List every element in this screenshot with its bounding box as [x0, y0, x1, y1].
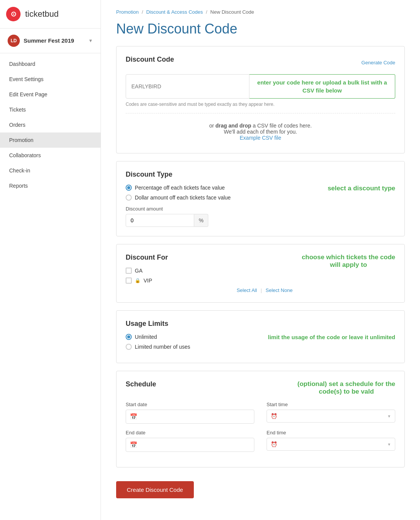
start-time-field: Start time ⏰ ▼: [267, 402, 395, 424]
discount-code-input[interactable]: [126, 74, 249, 99]
sidebar-item-promotion[interactable]: Promotion: [0, 132, 101, 148]
discount-amount-group: Discount amount %: [126, 206, 318, 227]
schedule-end-row: End date 📅 End time ⏰ ▼: [126, 430, 395, 452]
radio-dollar-empty[interactable]: [126, 195, 132, 201]
brand-name: ticketbud: [25, 9, 59, 19]
clock-end-icon: ⏰: [271, 441, 277, 447]
schedule-start-row: Start date 📅 Start time ⏰ ▼: [126, 402, 395, 424]
radio-limited-empty[interactable]: [126, 344, 132, 350]
create-discount-code-button[interactable]: Create Discount Code: [116, 481, 194, 498]
usage-limits-card: Usage Limits Unlimited Limited number of…: [116, 310, 405, 363]
ticket-ga-row[interactable]: GA: [126, 268, 292, 274]
sidebar-item-event-settings[interactable]: Event Settings: [0, 72, 101, 87]
start-date-input[interactable]: 📅: [126, 410, 254, 424]
discount-for-card: Discount For GA 🔒 VIP Select All | Selec…: [116, 244, 405, 303]
time-chevron-icon: ▼: [387, 414, 391, 418]
end-time-field: End time ⏰ ▼: [267, 430, 395, 452]
discount-for-hint-line1: choose which tickets the code: [302, 254, 395, 261]
discount-type-body: Percentage off each tickets face value D…: [126, 185, 395, 227]
generate-code-link[interactable]: Generate Code: [361, 60, 395, 65]
usage-hint: limit the usage of the code or leave it …: [268, 334, 395, 340]
sidebar-item-check-in[interactable]: Check-in: [0, 163, 101, 178]
lock-icon: 🔒: [135, 278, 141, 283]
end-time-label: End time: [267, 430, 395, 435]
sidebar-nav: DashboardEvent SettingsEdit Event PageTi…: [0, 53, 101, 196]
radio-unlimited-selected[interactable]: [126, 334, 132, 340]
event-selector[interactable]: LD Summer Fest 2019 ▼: [0, 29, 101, 53]
select-all-link[interactable]: Select All: [236, 287, 257, 293]
discount-amount-input[interactable]: [126, 214, 194, 227]
ticket-ga-label: GA: [135, 268, 142, 274]
event-info: Summer Fest 2019: [24, 37, 88, 45]
discount-code-card: Discount Code Generate Code enter your c…: [116, 46, 405, 153]
csv-drop-area[interactable]: or drag and drop a CSV file of codes her…: [126, 120, 395, 144]
discount-for-options: Discount For GA 🔒 VIP Select All | Selec…: [126, 254, 292, 293]
time-end-chevron-icon: ▼: [387, 442, 391, 447]
end-date-field: End date 📅: [126, 430, 254, 452]
sidebar: ⊙ ticketbud LD Summer Fest 2019 ▼ Dashbo…: [0, 0, 101, 520]
csv-example-link[interactable]: Example CSV file: [240, 135, 281, 141]
breadcrumb-sep-1: /: [142, 9, 143, 15]
calendar-icon: 📅: [130, 413, 137, 420]
start-time-input[interactable]: ⏰ ▼: [267, 410, 395, 423]
sidebar-item-reports[interactable]: Reports: [0, 178, 101, 193]
checkbox-vip[interactable]: [126, 278, 132, 284]
start-date-label: Start date: [126, 402, 254, 407]
usage-limits-title: Usage Limits: [126, 320, 395, 328]
usage-limited-label: Limited number of uses: [135, 344, 190, 350]
schedule-hint: (optional) set a schedule for the code(s…: [297, 380, 395, 396]
breadcrumb-promotion[interactable]: Promotion: [116, 9, 139, 15]
code-input-hint-text: enter your code here or upload a bulk li…: [255, 78, 390, 94]
sidebar-header: ⊙ ticketbud: [0, 0, 101, 29]
checkbox-ga[interactable]: [126, 268, 132, 274]
schedule-hint-line1: (optional) set a schedule for the: [297, 380, 395, 388]
csv-add-note: We'll add each of them for you.: [126, 129, 395, 135]
schedule-card: Schedule (optional) set a schedule for t…: [116, 371, 405, 467]
sidebar-item-dashboard[interactable]: Dashboard: [0, 56, 101, 72]
start-time-label: Start time: [267, 402, 395, 407]
csv-drag-suffix: a CSV file of codes here.: [251, 123, 312, 129]
discount-for-body: Discount For GA 🔒 VIP Select All | Selec…: [126, 254, 395, 293]
select-links: Select All | Select None: [126, 287, 292, 293]
discount-amount-input-row: %: [126, 214, 318, 227]
usage-unlimited-row[interactable]: Unlimited: [126, 334, 259, 340]
sidebar-item-edit-event-page[interactable]: Edit Event Page: [0, 87, 101, 102]
code-input-row: enter your code here or upload a bulk li…: [126, 74, 395, 99]
code-case-note: Codes are case-sensitive and must be typ…: [126, 102, 395, 107]
usage-unlimited-label: Unlimited: [135, 334, 157, 340]
schedule-hint-line2: code(s) to be vald: [319, 388, 374, 395]
discount-type-option-2[interactable]: Dollar amount off each tickets face valu…: [126, 195, 318, 201]
radio-percentage-selected[interactable]: [126, 185, 132, 191]
discount-type-option-1[interactable]: Percentage off each tickets face value: [126, 185, 318, 191]
breadcrumb-discount-codes[interactable]: Discount & Access Codes: [146, 9, 203, 15]
chevron-down-icon: ▼: [88, 38, 93, 43]
start-date-field: Start date 📅: [126, 402, 254, 424]
discount-for-title: Discount For: [126, 254, 292, 262]
usage-limited-row[interactable]: Limited number of uses: [126, 344, 259, 350]
end-date-input[interactable]: 📅: [126, 438, 254, 452]
select-none-link[interactable]: Select None: [266, 287, 293, 293]
divider: [126, 113, 395, 113]
clock-icon: ⏰: [271, 413, 277, 419]
discount-type-option-1-label: Percentage off each tickets face value: [135, 185, 225, 191]
csv-or-text: or: [209, 123, 215, 129]
end-time-input[interactable]: ⏰ ▼: [267, 438, 395, 451]
sidebar-item-collaborators[interactable]: Collaborators: [0, 148, 101, 163]
discount-type-option-2-label: Dollar amount off each tickets face valu…: [135, 195, 231, 201]
usage-body: Unlimited Limited number of uses limit t…: [126, 334, 395, 354]
schedule-title: Schedule: [126, 380, 156, 388]
discount-code-header: Discount Code Generate Code: [126, 56, 395, 70]
discount-type-title: Discount Type: [126, 171, 395, 179]
end-date-label: End date: [126, 430, 254, 435]
csv-drag-bold: drag and drop: [216, 123, 251, 129]
breadcrumb-sep-2: /: [206, 9, 208, 15]
discount-amount-label: Discount amount: [126, 206, 318, 212]
page-title: New Discount Code: [116, 21, 405, 37]
sidebar-item-tickets[interactable]: Tickets: [0, 102, 101, 117]
calendar-end-icon: 📅: [130, 441, 137, 448]
sidebar-item-orders[interactable]: Orders: [0, 117, 101, 132]
discount-type-card: Discount Type Percentage off each ticket…: [116, 161, 405, 236]
code-input-hint: enter your code here or upload a bulk li…: [249, 74, 395, 99]
ticket-vip-row[interactable]: 🔒 VIP: [126, 278, 292, 284]
discount-for-hint-line2: will apply to: [330, 261, 367, 268]
